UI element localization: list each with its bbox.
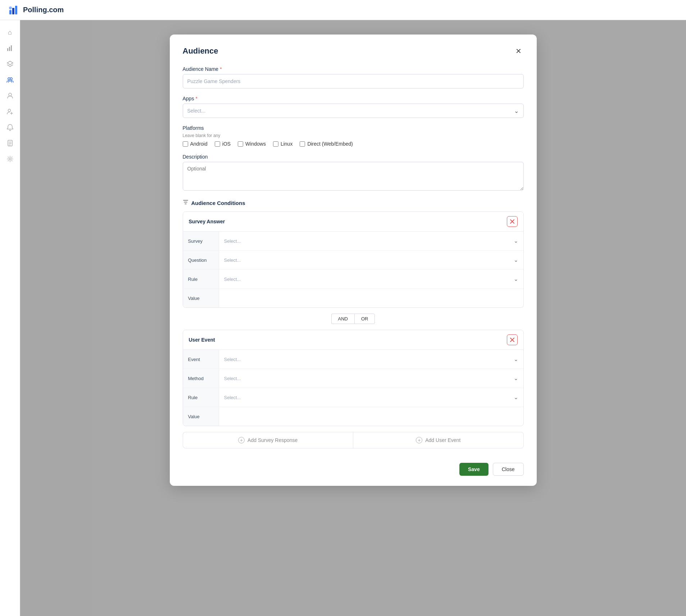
question-select[interactable]: Select... xyxy=(223,254,520,266)
user-event-card: User Event Event Select... Method xyxy=(183,330,524,426)
sidebar-item-chart[interactable] xyxy=(4,42,17,55)
filter-icon xyxy=(183,199,188,206)
svg-point-10 xyxy=(8,109,10,112)
logic-buttons: AND OR xyxy=(183,314,524,324)
add-user-event-label: Add User Event xyxy=(425,437,460,443)
event-select[interactable]: Select... xyxy=(223,353,520,366)
add-survey-response-button[interactable]: + Add Survey Response xyxy=(183,432,353,448)
sidebar-item-bell[interactable] xyxy=(4,121,17,134)
add-survey-icon: + xyxy=(238,437,245,443)
user-event-rule-label: Rule xyxy=(183,388,219,407)
survey-answer-card-header: Survey Answer xyxy=(183,212,523,232)
survey-select[interactable]: Select... xyxy=(223,234,520,247)
svg-rect-5 xyxy=(9,47,10,51)
method-label: Method xyxy=(183,369,219,388)
user-event-value-label: Value xyxy=(183,407,219,426)
platform-linux[interactable]: Linux xyxy=(273,141,292,147)
linux-checkbox[interactable] xyxy=(273,141,278,147)
sidebar-item-report[interactable] xyxy=(4,137,17,150)
direct-checkbox[interactable] xyxy=(300,141,305,147)
or-button[interactable]: OR xyxy=(354,314,375,324)
user-event-card-header: User Event xyxy=(183,330,523,350)
logo: Polling.com xyxy=(9,4,64,16)
survey-answer-card: Survey Answer Survey Select... Question xyxy=(183,211,524,308)
survey-rule-row: Rule Select... xyxy=(183,270,523,289)
survey-select-wrapper: Select... xyxy=(219,232,523,250)
user-event-value-row: Value xyxy=(183,407,523,426)
user-event-value-content xyxy=(219,407,523,426)
apps-label: Apps * xyxy=(183,96,524,101)
survey-answer-delete-button[interactable] xyxy=(507,216,518,227)
audience-name-input[interactable] xyxy=(183,74,524,88)
platform-direct[interactable]: Direct (Web/Embed) xyxy=(300,141,353,147)
svg-rect-0 xyxy=(9,10,12,14)
svg-point-8 xyxy=(10,78,12,80)
modal-backdrop: Audience ✕ Audience Name * Apps * Select… xyxy=(20,20,686,616)
android-checkbox[interactable] xyxy=(183,141,188,147)
svg-point-3 xyxy=(9,6,12,9)
question-select-wrapper: Select... xyxy=(219,251,523,269)
svg-point-9 xyxy=(9,93,12,96)
audience-name-field: Audience Name * xyxy=(183,66,524,88)
survey-value-input[interactable] xyxy=(223,292,520,305)
save-button[interactable]: Save xyxy=(459,463,489,476)
sidebar-item-audience[interactable] xyxy=(4,73,17,86)
user-event-delete-button[interactable] xyxy=(507,334,518,345)
event-row: Event Select... xyxy=(183,350,523,369)
user-event-rule-row: Rule Select... xyxy=(183,388,523,407)
add-user-event-icon: + xyxy=(416,437,422,443)
description-label: Description xyxy=(183,154,524,160)
close-button[interactable]: Close xyxy=(493,463,524,476)
svg-rect-1 xyxy=(12,8,14,14)
method-row: Method Select... xyxy=(183,369,523,388)
sidebar: ⌂ xyxy=(0,20,20,616)
apps-required-star: * xyxy=(195,96,197,101)
user-event-value-input[interactable] xyxy=(223,410,520,423)
question-label: Question xyxy=(183,251,219,269)
modal-header: Audience ✕ xyxy=(183,46,524,56)
logo-text: Polling.com xyxy=(23,6,64,14)
sidebar-item-user[interactable] xyxy=(4,89,17,102)
apps-select[interactable]: Select... xyxy=(183,104,524,118)
event-select-wrapper: Select... xyxy=(219,350,523,369)
event-label: Event xyxy=(183,350,219,369)
user-event-title: User Event xyxy=(189,337,215,343)
sidebar-item-person-add[interactable] xyxy=(4,105,17,118)
platform-windows[interactable]: Windows xyxy=(238,141,266,147)
audience-modal: Audience ✕ Audience Name * Apps * Select… xyxy=(170,35,537,486)
svg-rect-2 xyxy=(15,6,17,14)
user-event-rule-select-wrapper: Select... xyxy=(219,388,523,407)
survey-rule-label: Rule xyxy=(183,270,219,288)
survey-answer-title: Survey Answer xyxy=(189,219,225,224)
survey-value-content xyxy=(219,289,523,307)
modal-close-button[interactable]: ✕ xyxy=(514,46,524,56)
audience-name-label: Audience Name * xyxy=(183,66,524,72)
svg-rect-4 xyxy=(7,48,8,51)
platforms-label: Platforms xyxy=(183,125,524,131)
and-button[interactable]: AND xyxy=(331,314,354,324)
windows-checkbox[interactable] xyxy=(238,141,243,147)
survey-value-label: Value xyxy=(183,289,219,307)
topbar: Polling.com xyxy=(0,0,686,20)
survey-row: Survey Select... xyxy=(183,232,523,251)
add-user-event-button[interactable]: + Add User Event xyxy=(353,432,524,448)
description-field: Description xyxy=(183,154,524,192)
add-buttons-row: + Add Survey Response + Add User Event xyxy=(183,432,524,448)
platforms-field: Platforms Leave blank for any Android iO… xyxy=(183,125,524,147)
ios-checkbox[interactable] xyxy=(215,141,220,147)
sidebar-item-settings[interactable] xyxy=(4,152,17,165)
platforms-hint: Leave blank for any xyxy=(183,133,524,138)
method-select-wrapper: Select... xyxy=(219,369,523,388)
survey-rule-select[interactable]: Select... xyxy=(223,273,520,286)
platform-android[interactable]: Android xyxy=(183,141,208,147)
platform-ios[interactable]: iOS xyxy=(215,141,231,147)
sidebar-item-home[interactable]: ⌂ xyxy=(4,26,17,39)
sidebar-item-layers[interactable] xyxy=(4,58,17,70)
method-select[interactable]: Select... xyxy=(223,372,520,385)
svg-point-12 xyxy=(9,158,11,160)
description-textarea[interactable] xyxy=(183,162,524,191)
apps-select-wrapper: Select... xyxy=(183,104,524,118)
logo-icon xyxy=(9,4,20,16)
modal-footer: Save Close xyxy=(183,457,524,476)
user-event-rule-select[interactable]: Select... xyxy=(223,391,520,404)
